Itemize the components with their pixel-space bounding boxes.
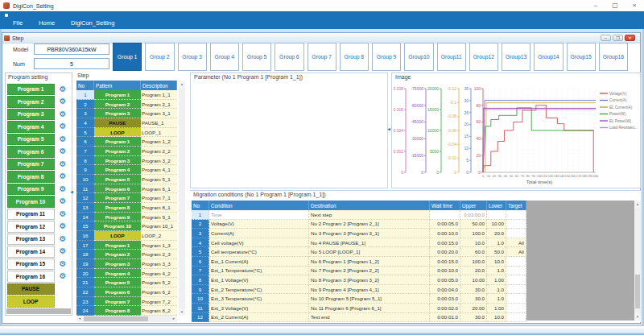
step-description-cell[interactable]: Program 9_1 <box>141 213 177 222</box>
step-pattern-cell[interactable]: Program 6 <box>94 184 141 194</box>
migration-destination-cell[interactable]: No 9 Program 4 [Program 4_1] <box>309 285 430 295</box>
splitter-arrow-icon[interactable]: ◀ <box>387 127 390 131</box>
group-tab[interactable]: Group 2 <box>145 43 174 71</box>
migration-upper-cell[interactable]: 30.0 <box>460 294 487 304</box>
program-button[interactable]: Program 11 <box>7 209 55 221</box>
migration-target-cell[interactable] <box>506 257 526 267</box>
step-no-cell[interactable]: 24 <box>76 306 94 316</box>
step-table-row[interactable]: 7Program 2Program 2_2 <box>76 147 177 156</box>
child-restore-icon[interactable]: ❐ <box>613 35 623 41</box>
step-pattern-cell[interactable]: PAUSE <box>94 118 141 128</box>
migration-no-cell[interactable]: 5 <box>192 247 209 257</box>
model-input[interactable] <box>34 43 109 55</box>
step-no-cell[interactable]: 21 <box>76 278 94 287</box>
group-tab[interactable]: Group11 <box>437 43 466 71</box>
migration-condition-cell[interactable]: Current(A) <box>209 229 309 238</box>
program-button[interactable]: Program 1 <box>7 84 55 96</box>
migration-wait-time-cell[interactable]: 0:00:05.0 <box>430 220 460 230</box>
migration-upper-cell[interactable]: 100.0 <box>460 229 487 238</box>
step-table-row[interactable]: 17Program 1Program 1_3 <box>76 241 177 250</box>
step-table-row[interactable]: 18Program 2Program 2_3 <box>76 250 177 259</box>
migration-wait-time-cell[interactable]: 0:00:01.0 <box>430 313 460 322</box>
group-tab[interactable]: Group15 <box>567 43 596 71</box>
migration-destination-cell[interactable]: Test end <box>309 313 430 322</box>
step-no-cell[interactable]: 18 <box>76 250 94 259</box>
migration-no-cell[interactable]: 2 <box>192 220 209 230</box>
step-pattern-cell[interactable]: Program 4 <box>94 165 141 175</box>
step-table-row[interactable]: 11Program 6Program 6_1 <box>76 184 177 194</box>
migration-condition-cell[interactable]: Ext_2 Temperature(°C) <box>209 285 309 295</box>
gear-icon[interactable]: ⚙ <box>60 97 67 105</box>
gear-icon[interactable]: ⚙ <box>60 197 67 205</box>
step-pattern-cell[interactable]: Program 3 <box>94 156 141 166</box>
scroll-left-icon[interactable]: ◄ <box>76 316 83 322</box>
step-no-cell[interactable]: 3 <box>76 109 94 118</box>
migration-target-cell[interactable] <box>506 267 526 276</box>
migration-wait-time-cell[interactable]: 0:00:10.0 <box>430 267 460 276</box>
migration-lower-cell[interactable]: 1.00 <box>487 275 506 285</box>
migration-table-row[interactable]: 1TimeNext step0:03:00.0 <box>192 210 526 220</box>
migration-table-row[interactable]: 4Cell voltage(V)No 4 PAUSE [PAUSE_1]0:00… <box>192 238 526 248</box>
migration-destination-cell[interactable]: No 8 Program 3 [Program 3_2] <box>309 275 430 285</box>
step-pattern-cell[interactable]: Program 2 <box>94 250 141 259</box>
gear-icon[interactable]: ⚙ <box>60 272 67 280</box>
step-pattern-cell[interactable]: Program 1 <box>94 90 141 100</box>
migration-condition-cell[interactable]: Time <box>209 210 309 220</box>
group-tab[interactable]: Group 5 <box>242 43 271 71</box>
step-no-cell[interactable]: 4 <box>76 118 94 128</box>
migration-lower-cell[interactable]: 1.0 <box>487 238 506 248</box>
scroll-down-icon[interactable]: ▼ <box>634 313 641 321</box>
step-pattern-cell[interactable]: Program 10 <box>94 221 141 231</box>
step-pattern-cell[interactable]: Program 8 <box>94 203 141 213</box>
program-button[interactable]: Program 13 <box>7 234 55 246</box>
step-pattern-cell[interactable]: LOOP <box>94 231 141 241</box>
migration-condition-cell[interactable]: Cell temperature(°C) <box>209 247 309 257</box>
step-description-cell[interactable]: Program 4_2 <box>141 269 177 279</box>
gear-icon[interactable]: ⚙ <box>60 235 67 243</box>
step-table-row[interactable]: 1Program 1Program 1_1 <box>76 90 177 100</box>
step-horizontal-scrollbar[interactable]: ◄ ► <box>76 316 177 322</box>
migration-no-cell[interactable]: 7 <box>192 267 209 276</box>
scroll-up-icon[interactable]: ▲ <box>179 81 185 88</box>
step-table-row[interactable]: 2Program 2Program 2_1 <box>76 100 177 110</box>
migration-table-row[interactable]: 7Ext_1 Temperature(°C)No 7 Program 2 [Pr… <box>192 267 526 276</box>
migration-condition-cell[interactable]: Ext_3 Voltage(V) <box>209 304 309 313</box>
migration-destination-cell[interactable]: No 11 Program 6 [Program 6_1] <box>309 304 430 313</box>
migration-target-cell[interactable] <box>506 304 526 313</box>
step-description-cell[interactable]: Program 3_3 <box>141 259 177 269</box>
group-tab[interactable]: Group12 <box>469 43 498 71</box>
step-vertical-scrollbar[interactable]: ▲ ▼ <box>179 81 185 316</box>
menu-item-file[interactable]: File <box>13 19 23 27</box>
migration-wait-time-cell[interactable]: 0:00:05.0 <box>430 275 460 285</box>
step-table-row[interactable]: 12Program 7Program 7_1 <box>76 193 177 203</box>
gear-icon[interactable]: ⚙ <box>60 172 67 180</box>
migration-condition-cell[interactable]: Ext_1 Temperature(°C) <box>209 267 309 276</box>
step-description-cell[interactable]: Program 3_2 <box>141 156 177 166</box>
migration-destination-cell[interactable]: No 2 Program 2 [Program 2_1] <box>309 220 430 230</box>
gear-icon[interactable]: ⚙ <box>60 147 67 155</box>
program-button[interactable]: Program 7 <box>7 159 55 171</box>
migration-no-cell[interactable]: 12 <box>192 313 209 322</box>
step-description-cell[interactable]: Program 1_2 <box>141 137 177 147</box>
step-no-cell[interactable]: 20 <box>76 269 94 279</box>
migration-upper-cell[interactable]: 10.0 <box>460 238 487 248</box>
program-button[interactable]: Program 12 <box>7 221 55 233</box>
group-tab[interactable]: Group 3 <box>178 43 207 71</box>
step-description-cell[interactable]: Program 4_1 <box>141 165 177 175</box>
scroll-thumb[interactable] <box>635 275 640 308</box>
step-no-cell[interactable]: 17 <box>76 241 94 250</box>
migration-target-cell[interactable] <box>506 220 526 230</box>
step-table-row[interactable]: 21Program 5Program 5_2 <box>76 278 177 287</box>
group-tab[interactable]: Group 8 <box>340 43 369 71</box>
step-no-cell[interactable]: 5 <box>76 128 94 138</box>
migration-table-row[interactable]: 12Ext_2 Current(A)Test end0:00:01.030.01… <box>192 313 526 322</box>
program-button[interactable]: Program 10 <box>7 196 55 208</box>
step-table-row[interactable]: 23Program 7Program 7_2 <box>76 297 177 307</box>
step-description-cell[interactable]: LOOP_1 <box>141 128 177 138</box>
step-no-cell[interactable]: 23 <box>76 297 94 307</box>
scroll-right-icon[interactable]: ► <box>171 316 177 322</box>
migration-wait-time-cell[interactable]: 0:00:15.0 <box>430 238 460 248</box>
migration-upper-cell[interactable]: 30.0 <box>460 313 487 322</box>
minimize-icon[interactable]: – <box>586 0 605 11</box>
step-pattern-cell[interactable]: LOOP <box>94 128 141 138</box>
